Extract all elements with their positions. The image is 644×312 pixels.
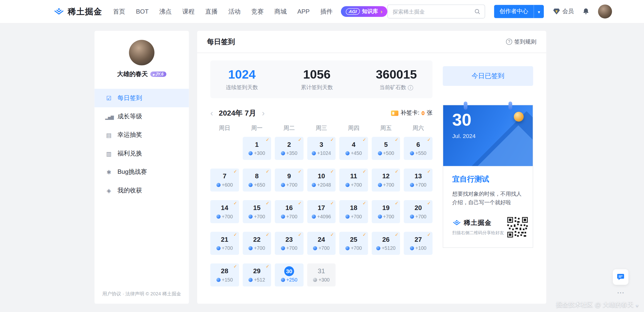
calendar-day-cell[interactable]: 28 +150 (210, 263, 239, 286)
day-number: 30 (284, 266, 294, 276)
ore-icon (410, 215, 414, 219)
stat-value: 1024 (226, 67, 258, 81)
next-month-button[interactable]: › (262, 109, 265, 117)
feedback-chat-button[interactable] (613, 269, 628, 285)
sidebar-menu-item[interactable]: 每日签到 (94, 89, 189, 107)
calendar-day-cell[interactable]: 5 +500 (372, 137, 400, 160)
sidebar-menu-item[interactable]: Bug挑战赛 (94, 163, 189, 181)
calendar-day-cell[interactable]: 26 +5120 (372, 232, 400, 255)
makeup-card-entry[interactable]: 补签卡: 0 张 (391, 109, 432, 117)
user-avatar[interactable] (598, 5, 612, 18)
nav-item[interactable]: 插件 (320, 8, 333, 15)
calendar-day-cell[interactable]: 15 +700 (243, 200, 271, 223)
check-icon (266, 200, 270, 206)
search-input[interactable] (388, 8, 470, 14)
menu-label: 幸运抽奖 (118, 131, 142, 139)
check-icon (298, 232, 302, 237)
calendar-day-cell[interactable]: 25 +700 (339, 232, 368, 255)
agi-label: 知识库 (362, 8, 378, 15)
signed-today-button[interactable]: 今日已签到 (443, 66, 533, 86)
calendar-day-cell[interactable]: 4 +450 (339, 137, 368, 160)
agi-tag: AGI (346, 8, 360, 15)
logo[interactable]: 稀土掘金 (53, 6, 102, 17)
calendar-day-cell[interactable]: 9 +700 (275, 168, 304, 191)
qr-code (507, 217, 528, 238)
page: 稀土掘金 首页 BOT 沸点 课程 直播 活动 竞赛 商城 APP (0, 0, 644, 312)
calendar-day-cell[interactable]: 19 +700 (372, 200, 400, 223)
sidebar-menu-item[interactable]: 福利兑换 (94, 144, 189, 163)
reward-amount: +550 (415, 150, 426, 156)
calendar-day-cell[interactable]: 29 +512 (243, 263, 271, 286)
calendar-day-cell[interactable]: 31 +300 (307, 263, 336, 286)
agi-knowledge-badge[interactable]: AGI 知识库 › (341, 6, 387, 17)
promo-brand: 稀土掘金 扫描右侧二维码分享给好友 (452, 219, 504, 236)
calendar-day-cell[interactable]: 22 +700 (243, 232, 271, 255)
calendar-day-cell[interactable]: 6 +550 (404, 137, 433, 160)
ore-icon (378, 215, 382, 219)
calendar-day-cell[interactable]: 24 +700 (307, 232, 336, 255)
calendar-day-cell[interactable]: 20 +700 (404, 200, 433, 223)
ore-icon (249, 246, 253, 250)
stat-item: 360015 当前矿石数 (376, 67, 417, 91)
ore-icon (312, 183, 316, 187)
nav-item[interactable]: APP (297, 8, 310, 15)
daily-share-card[interactable]: 30 Jul. 2024 宜自行测试 想要找对象的时候，不用找人介绍，自己写一个… (443, 105, 533, 248)
calendar-day-cell[interactable]: 8 +650 (243, 168, 271, 191)
member-label: 会员 (562, 8, 574, 15)
calendar-day-cell[interactable]: 27 +100 (404, 232, 433, 255)
check-icon (266, 264, 270, 269)
notification-bell-button[interactable] (582, 8, 590, 15)
profile-user-row: 大雄的春天 JY.6 (94, 70, 189, 78)
reward-amount: +700 (383, 214, 394, 220)
calendar-day-cell[interactable]: 2 +350 (275, 137, 304, 160)
calendar-day-cell[interactable]: 1 +300 (243, 137, 271, 160)
weekday-label: 周五 (372, 125, 400, 132)
calendar-month-label: 2024年 7月 (219, 108, 256, 118)
more-button[interactable] (613, 288, 628, 298)
nav-item[interactable]: 活动 (228, 8, 241, 15)
nav-item[interactable]: 竞赛 (251, 8, 264, 15)
calendar-grid: 1 +300 2 +350 (210, 137, 433, 286)
calendar-day-cell[interactable]: 12 +700 (372, 168, 400, 191)
nav-item[interactable]: 沸点 (159, 8, 172, 15)
profile-username[interactable]: 大雄的春天 (117, 70, 148, 78)
check-icon (330, 200, 334, 206)
nav-item[interactable]: 首页 (113, 8, 125, 15)
calendar-day-cell[interactable]: 17 +4096 (307, 200, 336, 223)
calendar-day-cell[interactable]: 10 +2048 (307, 168, 336, 191)
rules-label: 签到规则 (514, 38, 536, 45)
profile-avatar[interactable] (129, 40, 154, 65)
member-entry[interactable]: 会员 (553, 8, 574, 15)
calendar-day-cell[interactable]: 11 +700 (339, 168, 368, 191)
calendar-day-cell[interactable]: 14 +700 (210, 200, 239, 223)
signin-rules-link[interactable]: 签到规则 (506, 38, 537, 45)
calendar-day-cell[interactable]: 13 +700 (404, 168, 433, 191)
share-hint: 扫描右侧二维码分享给好友 (452, 230, 504, 236)
calendar-day-cell[interactable]: 16 +700 (275, 200, 304, 223)
calendar-day-cell[interactable]: 3 +1024 (307, 137, 336, 160)
weekday-label: 周日 (210, 125, 239, 132)
chevron-down-icon[interactable] (534, 8, 544, 15)
prev-month-button[interactable]: ‹ (210, 109, 213, 117)
ore-icon (378, 183, 382, 187)
calendar-day-cell[interactable]: 18 +700 (339, 200, 368, 223)
check-icon (363, 137, 366, 143)
calendar-day-cell[interactable]: 30 +250 (275, 263, 304, 286)
calendar-day-cell[interactable]: 23 +700 (275, 232, 304, 255)
search-icon[interactable] (470, 5, 485, 18)
creator-center-button[interactable]: 创作者中心 (494, 5, 544, 18)
calendar-day-cell[interactable]: 7 +600 (210, 168, 239, 191)
nav-item[interactable]: 直播 (205, 8, 218, 15)
check-icon (234, 264, 237, 269)
pin-icon (464, 101, 468, 110)
nav-item[interactable]: 商城 (274, 8, 287, 15)
sidebar-menu-item[interactable]: 成长等级 (94, 107, 189, 126)
nav-item[interactable]: BOT (136, 8, 148, 15)
sidebar-menu-item[interactable]: 我的收获 (94, 181, 189, 200)
check-icon (266, 137, 270, 143)
info-icon[interactable] (408, 85, 413, 90)
nav-item[interactable]: 课程 (182, 8, 195, 15)
sidebar-footer-links[interactable]: 用户协议 · 法律声明 © 2024 稀土掘金 (94, 291, 189, 297)
calendar-day-cell[interactable]: 21 +700 (210, 232, 239, 255)
sidebar-menu-item[interactable]: 幸运抽奖 (94, 126, 189, 144)
